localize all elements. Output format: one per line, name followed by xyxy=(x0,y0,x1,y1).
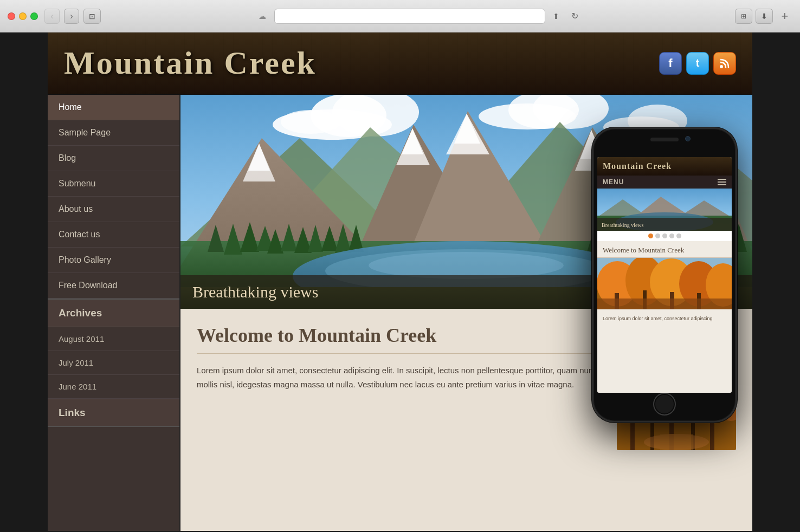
phone-dots xyxy=(597,231,732,241)
phone-thumbnail xyxy=(597,258,732,309)
svg-point-5 xyxy=(281,110,340,134)
social-icons: f t xyxy=(659,52,736,75)
archive-jul-2011[interactable]: July 2011 xyxy=(48,351,179,375)
archive-aug-2011[interactable]: August 2011 xyxy=(48,327,179,351)
share-icon[interactable]: ⬆ xyxy=(549,9,564,24)
reload-button[interactable]: ↻ xyxy=(567,9,582,24)
phone-welcome-text: Welcome to Mountain Creek xyxy=(603,246,684,254)
address-bar[interactable] xyxy=(274,9,545,24)
browser-chrome: ‹ › ⊡ ☁ ⬆ ↻ ⊞ ⬇ + xyxy=(0,0,800,33)
phone-site-title: Mountain Creek xyxy=(603,161,672,171)
sidebar: Home Sample Page Blog Submenu About us C… xyxy=(48,95,180,531)
rss-icon[interactable] xyxy=(713,52,736,75)
site-header: Mountain Creek f t xyxy=(48,33,752,95)
phone-home-button[interactable] xyxy=(653,393,676,416)
welcome-text: Lorem ipsum dolor sit amet, consectetur … xyxy=(197,364,603,392)
nav-item-download[interactable]: Free Download xyxy=(48,273,179,299)
phone-menu-bar[interactable]: MENU xyxy=(597,176,732,189)
forward-button[interactable]: › xyxy=(64,9,79,24)
svg-rect-69 xyxy=(660,434,693,450)
phone-body-text: Lorem ipsum dolor sit amet, consectetur … xyxy=(603,316,713,321)
nav-item-contact[interactable]: Contact us xyxy=(48,222,179,248)
archive-jun-2011[interactable]: June 2011 xyxy=(48,375,179,399)
traffic-lights xyxy=(8,12,38,20)
phone-site-header: Mountain Creek xyxy=(597,157,732,176)
phone-speaker xyxy=(650,138,679,141)
svg-point-0 xyxy=(720,65,723,68)
phone-screen: Mountain Creek MENU xyxy=(597,157,732,393)
maximize-button[interactable] xyxy=(30,12,38,20)
phone-body: Lorem ipsum dolor sit amet, consectetur … xyxy=(597,309,732,326)
hero-caption-text: Breathtaking views xyxy=(192,283,318,301)
dot-4[interactable] xyxy=(669,233,674,238)
links-section: Links xyxy=(48,399,179,427)
new-tab-button[interactable]: + xyxy=(777,9,792,24)
phone-welcome-title: Welcome to Mountain Creek xyxy=(597,241,732,258)
website-container: Mountain Creek f t Home S xyxy=(48,33,752,531)
phone-hero: Breathtaking views xyxy=(597,189,732,231)
phone-mockup: Mountain Creek MENU xyxy=(592,127,737,423)
facebook-label: f xyxy=(668,56,672,70)
nav-item-sample[interactable]: Sample Page xyxy=(48,120,179,146)
nav-item-blog[interactable]: Blog xyxy=(48,146,179,171)
archives-section: Archives August 2011 July 2011 June 2011 xyxy=(48,299,179,399)
cloud-icon: ☁ xyxy=(254,9,271,24)
archives-list: August 2011 July 2011 June 2011 xyxy=(48,327,179,399)
twitter-label: t xyxy=(696,57,700,69)
nav-item-about[interactable]: About us xyxy=(48,197,179,222)
nav-menu: Home Sample Page Blog Submenu About us C… xyxy=(48,95,179,299)
nav-item-gallery[interactable]: Photo Gallery xyxy=(48,248,179,273)
phone-hero-caption: Breathtaking views xyxy=(597,218,732,231)
hamburger-icon[interactable] xyxy=(718,179,726,185)
dot-1[interactable] xyxy=(648,233,653,238)
sidebar-toggle[interactable]: ⊡ xyxy=(83,9,101,24)
minimize-button[interactable] xyxy=(19,12,27,20)
nav-item-submenu[interactable]: Submenu xyxy=(48,171,179,197)
nav-item-home[interactable]: Home xyxy=(48,95,179,120)
facebook-icon[interactable]: f xyxy=(659,52,682,75)
dot-3[interactable] xyxy=(662,233,667,238)
browser-url-area: ☁ ⬆ ↻ xyxy=(105,9,731,24)
dot-5[interactable] xyxy=(676,233,681,238)
download-button[interactable]: ⬇ xyxy=(756,9,773,24)
twitter-icon[interactable]: t xyxy=(686,52,709,75)
dot-2[interactable] xyxy=(655,233,660,238)
phone-hero-text: Breathtaking views xyxy=(602,222,643,228)
links-heading: Links xyxy=(48,399,179,427)
phone-camera xyxy=(685,136,691,141)
browser-right-controls: ⊞ ⬇ xyxy=(735,9,773,24)
site-title: Mountain Creek xyxy=(64,44,317,82)
svg-rect-87 xyxy=(597,299,732,309)
phone-menu-label: MENU xyxy=(603,178,624,186)
close-button[interactable] xyxy=(8,12,15,20)
back-button[interactable]: ‹ xyxy=(44,9,60,24)
tab-switch-button[interactable]: ⊞ xyxy=(735,9,752,24)
archives-heading: Archives xyxy=(48,299,179,327)
